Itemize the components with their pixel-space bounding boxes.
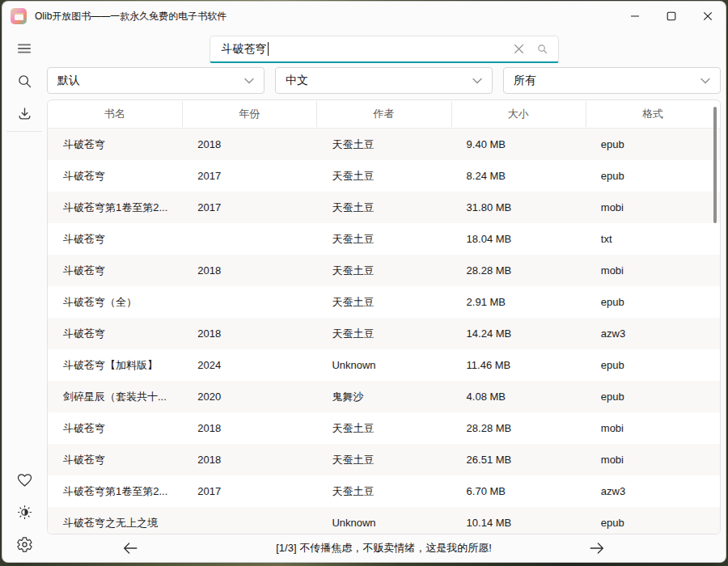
prev-page-button[interactable]: [121, 539, 139, 557]
cell-format: mobi: [586, 422, 720, 434]
theme-toggle-button[interactable]: [8, 496, 40, 528]
next-page-button[interactable]: [588, 539, 606, 557]
maximize-icon: [667, 11, 676, 21]
cell-author: 天蚕土豆: [316, 327, 451, 341]
pagination-bar: [1/3] 不传播焦虑，不贩卖情绪，这是我的所愿!: [47, 534, 721, 562]
table-row[interactable]: 斗破苍穹【加料版】 2024 Unknown 11.46 MB epub: [48, 349, 720, 381]
cell-author: 天蚕土豆: [316, 484, 451, 499]
table-scrollbar-thumb[interactable]: [713, 107, 717, 223]
cell-title: 斗破苍穹: [48, 232, 182, 247]
cell-year: 2017: [182, 201, 316, 213]
column-header-size[interactable]: 大小: [451, 107, 586, 121]
cell-author: Unknown: [316, 359, 451, 371]
cell-size: 14.24 MB: [451, 327, 586, 340]
cell-format: azw3: [586, 485, 720, 497]
arrow-left-icon: [121, 539, 139, 557]
language-dropdown[interactable]: 中文: [275, 67, 493, 94]
cell-title: 斗破苍穹第1卷至第2...: [48, 201, 182, 215]
sort-dropdown[interactable]: 默认: [47, 67, 265, 94]
cell-size: 10.14 MB: [451, 517, 586, 529]
cell-author: 鬼舞沙: [316, 390, 451, 404]
table-header: 书名 年份 作者 大小 格式: [48, 100, 720, 129]
cell-size: 26.51 MB: [451, 454, 586, 466]
main-content: 斗破苍穹 默认: [46, 31, 726, 562]
titlebar: Olib开放图书——一款永久免费的电子书软件: [2, 2, 726, 31]
hamburger-menu-icon: [15, 40, 33, 57]
cell-size: 2.91 MB: [451, 296, 586, 308]
filter-row: 默认 中文 所有: [47, 67, 721, 94]
cell-format: epub: [586, 517, 720, 529]
cell-title: 斗破苍穹（全）: [48, 295, 182, 310]
sidebar-divider: [6, 131, 42, 132]
cell-format: mobi: [586, 264, 720, 277]
search-row: 斗破苍穹: [47, 36, 721, 63]
cell-title: 斗破苍穹: [48, 453, 182, 467]
table-row[interactable]: 斗破苍穹之无上之境 Unknown 10.14 MB epub: [48, 507, 720, 534]
cell-year: 2020: [182, 391, 316, 403]
close-button[interactable]: [689, 2, 726, 31]
cell-format: epub: [586, 296, 720, 308]
sort-dropdown-value: 默认: [57, 74, 80, 88]
table-body: 斗破苍穹 2018 天蚕土豆 9.40 MB epub 斗破苍穹 2017 天蚕…: [48, 129, 720, 534]
table-row[interactable]: 斗破苍穹第1卷至第2... 2017 天蚕土豆 31.80 MB mobi: [48, 192, 720, 223]
downloads-button[interactable]: [8, 97, 40, 129]
table-row[interactable]: 剑碎星辰（套装共十... 2020 鬼舞沙 4.08 MB epub: [48, 381, 720, 412]
column-header-author[interactable]: 作者: [316, 107, 451, 121]
column-header-title[interactable]: 书名: [48, 107, 182, 121]
window-controls: [616, 2, 726, 31]
format-dropdown-value: 所有: [514, 74, 536, 88]
table-row[interactable]: 斗破苍穹 2018 天蚕土豆 28.28 MB mobi: [48, 412, 720, 444]
cell-year: 2018: [182, 327, 316, 340]
search-input[interactable]: 斗破苍穹: [210, 36, 559, 63]
cell-title: 斗破苍穹: [48, 169, 182, 184]
sidebar-search-button[interactable]: [8, 65, 40, 97]
favorites-button[interactable]: [8, 463, 40, 496]
menu-button[interactable]: [8, 32, 40, 65]
clear-search-button[interactable]: [514, 36, 524, 61]
window-body: 斗破苍穹 默认: [2, 31, 726, 562]
minimize-button[interactable]: [616, 2, 653, 31]
table-row[interactable]: 斗破苍穹第1卷至第2... 2017 天蚕土豆 6.70 MB azw3: [48, 475, 720, 507]
column-header-format[interactable]: 格式: [586, 107, 720, 121]
cell-format: mobi: [586, 454, 720, 466]
settings-button[interactable]: [8, 528, 40, 560]
minimize-icon: [630, 11, 640, 21]
cell-title: 斗破苍穹: [48, 264, 182, 278]
pagination-status: [1/3] 不传播焦虑，不贩卖情绪，这是我的所愿!: [276, 541, 492, 555]
cell-author: 天蚕土豆: [316, 232, 451, 247]
cell-author: 天蚕土豆: [316, 295, 451, 310]
cell-title: 斗破苍穹第1卷至第2...: [48, 484, 182, 499]
cell-author: 天蚕土豆: [316, 264, 451, 278]
cell-year: 2017: [182, 170, 316, 182]
cell-size: 28.28 MB: [451, 264, 586, 277]
chevron-down-icon: [244, 78, 254, 84]
sidebar: [2, 31, 46, 562]
cell-title: 斗破苍穹: [48, 327, 182, 341]
cell-format: epub: [586, 391, 720, 403]
table-row[interactable]: 斗破苍穹 天蚕土豆 18.04 MB txt: [48, 223, 720, 255]
sidebar-bottom-group: [8, 463, 40, 560]
cell-title: 斗破苍穹【加料版】: [48, 358, 182, 373]
format-dropdown[interactable]: 所有: [503, 67, 721, 94]
column-header-year[interactable]: 年份: [182, 107, 316, 121]
chevron-down-icon: [472, 78, 482, 84]
cell-size: 31.80 MB: [451, 201, 586, 213]
table-row[interactable]: 斗破苍穹 2017 天蚕土豆 8.24 MB epub: [48, 160, 720, 192]
submit-search-button[interactable]: [536, 36, 548, 61]
table-row[interactable]: 斗破苍穹 2018 天蚕土豆 9.40 MB epub: [48, 129, 720, 160]
cell-year: 2018: [182, 422, 316, 434]
table-row[interactable]: 斗破苍穹 2018 天蚕土豆 26.51 MB mobi: [48, 444, 720, 475]
search-icon: [536, 43, 548, 55]
gear-icon: [16, 536, 33, 553]
cell-size: 18.04 MB: [451, 233, 586, 245]
cell-title: 斗破苍穹: [48, 137, 182, 152]
heart-icon: [16, 471, 33, 488]
table-row[interactable]: 斗破苍穹 2018 天蚕土豆 28.28 MB mobi: [48, 255, 720, 286]
table-row[interactable]: 斗破苍穹 2018 天蚕土豆 14.24 MB azw3: [48, 318, 720, 349]
maximize-button[interactable]: [653, 2, 689, 31]
search-input-value: 斗破苍穹: [222, 42, 267, 57]
arrow-right-icon: [588, 539, 606, 557]
cell-author: 天蚕土豆: [316, 421, 451, 436]
cell-title: 剑碎星辰（套装共十...: [48, 390, 182, 404]
table-row[interactable]: 斗破苍穹（全） 天蚕土豆 2.91 MB epub: [48, 286, 720, 318]
